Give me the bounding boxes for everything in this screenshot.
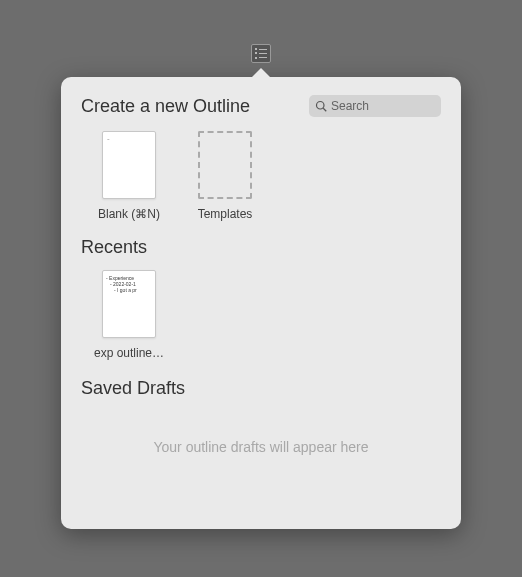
recent-thumbnail: - Experience - 2022-02-1 - I got a pr — [102, 270, 156, 338]
header-row: Create a new Outline — [81, 95, 441, 117]
new-outline-popover: Create a new Outline Blank (⌘N) Template… — [61, 77, 461, 529]
templates-thumbnail — [198, 131, 252, 199]
recent-preview-line: - I got a pr — [114, 287, 152, 293]
outline-app-icon[interactable] — [251, 44, 271, 63]
templates-label: Templates — [198, 207, 253, 221]
svg-point-0 — [317, 102, 325, 110]
create-items-row: Blank (⌘N) Templates — [95, 131, 441, 221]
recent-item[interactable]: - Experience - 2022-02-1 - I got a pr ex… — [95, 270, 163, 360]
saved-drafts-section: Saved Drafts Your outline drafts will ap… — [81, 378, 441, 455]
blank-thumbnail — [102, 131, 156, 199]
create-title: Create a new Outline — [81, 96, 250, 117]
search-container — [309, 95, 441, 117]
search-input[interactable] — [309, 95, 441, 117]
templates-item[interactable]: Templates — [191, 131, 259, 221]
blank-label: Blank (⌘N) — [98, 207, 160, 221]
empty-drafts-message: Your outline drafts will appear here — [81, 439, 441, 455]
recents-title: Recents — [81, 237, 441, 258]
search-icon — [315, 100, 327, 112]
blank-outline-item[interactable]: Blank (⌘N) — [95, 131, 163, 221]
svg-line-1 — [323, 108, 326, 111]
saved-drafts-title: Saved Drafts — [81, 378, 441, 399]
recent-label: exp outline… — [94, 346, 164, 360]
